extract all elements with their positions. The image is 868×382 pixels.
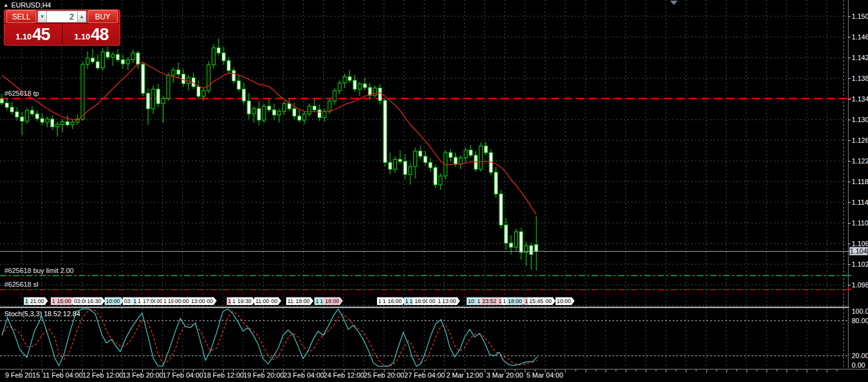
news-time-tag: 18:00 (294, 297, 314, 305)
time-tick (485, 369, 485, 373)
buy-price[interactable]: 1.10 48 (63, 24, 121, 44)
price-axis-label: 1.1100 (852, 219, 868, 227)
sell-price-small: 1.10 (16, 31, 31, 43)
time-tick (827, 369, 827, 373)
candle-body (388, 162, 391, 169)
price-tick (848, 120, 850, 120)
current-price-badge: 1.1045 (849, 247, 868, 256)
candle-body (137, 53, 140, 65)
price-axis-label: 1.1260 (852, 137, 868, 144)
candle-body (520, 232, 523, 252)
order-buy-limit-label[interactable]: #625618 buy limit 2.00 (4, 267, 74, 274)
candle-body (464, 150, 467, 158)
news-time-tag: 16:00 (386, 297, 406, 305)
candle-body (358, 84, 361, 89)
news-time-tag: 00 (205, 297, 217, 305)
candle-body (1, 99, 4, 103)
candle-body (197, 86, 200, 96)
time-tick (777, 369, 777, 371)
candle-body (303, 114, 306, 120)
buy-button[interactable]: BUY (88, 10, 118, 23)
panel-separator[interactable] (0, 307, 849, 308)
time-axis-label: 12 Feb 12:00 (83, 371, 123, 379)
price-chart[interactable] (0, 0, 849, 308)
news-time-tag: 18:00 (507, 297, 526, 305)
time-tick (616, 369, 616, 371)
time-tick (586, 369, 586, 373)
candle-body (353, 80, 356, 89)
news-time-tag: 15:00 (56, 297, 75, 305)
candle-body (16, 112, 19, 117)
time-tick (535, 369, 535, 371)
lot-increase-button[interactable]: ▲ (77, 11, 86, 23)
symbol-timeframe-label: EURUSD,H4 (11, 1, 51, 9)
candle-body (217, 48, 220, 53)
price-tick (848, 202, 850, 203)
time-axis[interactable]: 9 Feb 201511 Feb 04:0012 Feb 12:0013 Feb… (0, 369, 868, 382)
time-axis-label: 11 Feb 04:00 (43, 371, 83, 379)
candle-body (535, 245, 538, 252)
candle-body (449, 153, 452, 157)
sell-price[interactable]: 1.10 45 (4, 24, 63, 44)
stochastic-panel[interactable] (0, 308, 849, 368)
time-tick (716, 369, 717, 371)
time-tick (686, 369, 686, 373)
time-tick (757, 369, 757, 371)
stoch-axis-label: 100.00 (852, 307, 868, 315)
chart-shift-marker-icon (670, 1, 678, 5)
lot-size-input[interactable] (47, 11, 77, 23)
news-time-tag: 00:00 (173, 297, 193, 305)
order-tp-label[interactable]: #625618 tp (4, 90, 39, 97)
candle-body (26, 110, 29, 121)
candle-body (66, 121, 69, 125)
price-axis-label: 1.1460 (852, 33, 868, 41)
candle-body (494, 172, 497, 194)
news-tags-row: 121:00115:0003:0016:3010:0003:1117:0000:… (0, 297, 849, 306)
candle-body (333, 91, 336, 101)
sell-button[interactable]: SELL (6, 10, 36, 23)
candle-body (237, 81, 240, 89)
time-tick (203, 369, 204, 373)
price-axis[interactable]: 1.1045 1.15001.14601.14201.13801.13401.1… (849, 0, 868, 368)
price-axis-label: 1.1340 (852, 95, 868, 103)
collapse-panel-arrow-icon[interactable]: ▲ (3, 2, 9, 8)
candle-body (510, 243, 513, 247)
time-tick (596, 369, 596, 371)
candle-body (282, 103, 286, 111)
candle-body (111, 54, 115, 57)
time-tick (505, 369, 505, 373)
time-tick (374, 369, 375, 371)
time-tick (233, 369, 234, 371)
price-tick (848, 140, 850, 141)
candle-body (6, 103, 9, 108)
candle-body (439, 176, 442, 185)
time-axis-label: 18 Feb 12:00 (204, 371, 244, 379)
candle-body (222, 53, 225, 61)
candle-body (373, 88, 376, 96)
time-tick (31, 369, 32, 371)
candle-body (414, 151, 417, 167)
time-tick (263, 369, 264, 373)
time-tick (434, 369, 435, 371)
candle-body (292, 109, 296, 116)
time-tick (555, 369, 555, 371)
price-tick (848, 161, 850, 162)
time-tick (304, 369, 304, 373)
time-tick (404, 369, 405, 373)
tp-axis-mark (848, 98, 851, 99)
lot-size-spinner: ▼ ▲ (38, 11, 86, 23)
candle-body (505, 225, 508, 243)
candle-body (429, 162, 432, 167)
candle-body (393, 160, 396, 170)
lot-decrease-button[interactable]: ▼ (38, 11, 47, 23)
time-tick (82, 369, 83, 373)
candle-body (147, 93, 150, 109)
time-tick (183, 369, 183, 373)
time-tick (344, 369, 344, 373)
candle-body (227, 61, 230, 71)
order-sl-label[interactable]: #625618 sl (4, 281, 38, 288)
candle-body (262, 106, 266, 120)
candle-body (252, 109, 256, 114)
candle-body (232, 71, 235, 81)
news-time-tag: 21:00 (29, 297, 48, 305)
